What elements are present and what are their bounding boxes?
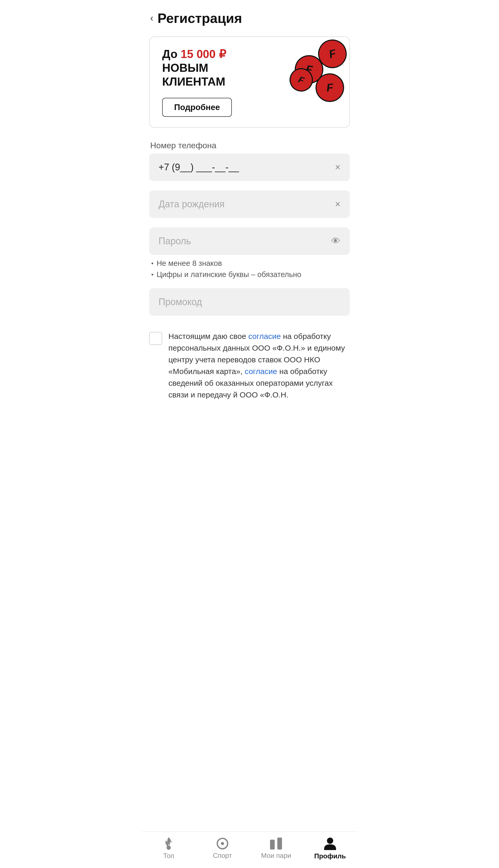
consent-text: Настоящим даю свое согласие на обработку… [168, 330, 350, 401]
consent-section: Настоящим даю свое согласие на обработку… [142, 325, 357, 453]
password-hint-1: • Не менее 8 знаков [151, 259, 350, 267]
svg-rect-3 [270, 840, 275, 849]
promo-line2: новым клиентам [162, 61, 259, 89]
fire-icon [164, 837, 174, 850]
phone-clear-icon[interactable]: × [335, 162, 340, 173]
promo-code-input[interactable]: Промокод [159, 297, 340, 308]
phone-section: Номер телефона +7 (9__) ___-__-__ × [142, 141, 357, 181]
promo-code-section: Промокод [142, 288, 357, 316]
nav-label-profile: Профиль [314, 852, 346, 860]
nav-item-sport[interactable]: Спорт [207, 837, 238, 860]
sport-icon [217, 837, 229, 849]
phone-input-wrapper[interactable]: +7 (9__) ___-__-__ × [149, 153, 350, 181]
nav-item-profile[interactable]: Профиль [314, 837, 346, 860]
consent-checkbox[interactable] [149, 332, 162, 345]
header: ‹ Регистрация [142, 0, 357, 34]
nav-label-top: Топ [163, 852, 174, 860]
password-input-wrapper[interactable]: Пароль 👁 [149, 227, 350, 255]
svg-point-5 [327, 837, 333, 844]
svg-rect-4 [277, 837, 282, 849]
bets-icon [269, 837, 282, 849]
nav-item-top[interactable]: Топ [153, 837, 184, 860]
back-button[interactable]: ‹ [150, 13, 153, 23]
nav-label-sport: Спорт [213, 852, 232, 860]
promo-details-button[interactable]: Подробнее [162, 98, 232, 117]
coins-decoration: F F F F [282, 39, 350, 102]
svg-point-0 [167, 846, 171, 850]
promo-code-input-wrapper[interactable]: Промокод [149, 288, 350, 316]
bottom-nav: Топ Спорт Мои пари Профиль [142, 832, 357, 868]
password-hints: • Не менее 8 знаков • Цифры и латинские … [149, 259, 350, 279]
password-hint-2: • Цифры и латинские буквы – обязательно [151, 270, 350, 279]
promo-line1: До 15 000 ₽ [162, 47, 259, 61]
promo-banner: До 15 000 ₽ новым клиентам Подробнее F F… [149, 36, 350, 128]
promo-text: До 15 000 ₽ новым клиентам Подробнее [162, 47, 259, 117]
dob-clear-icon[interactable]: × [335, 199, 340, 210]
password-toggle-icon[interactable]: 👁 [331, 236, 340, 247]
phone-input[interactable]: +7 (9__) ___-__-__ [159, 162, 335, 173]
promo-amount: 15 000 ₽ [181, 48, 226, 60]
password-input[interactable]: Пароль [159, 236, 331, 247]
consent-link-1[interactable]: согласие [248, 332, 281, 341]
nav-item-mybets[interactable]: Мои пари [260, 837, 292, 860]
password-section: Пароль 👁 • Не менее 8 знаков • Цифры и л… [142, 227, 357, 279]
page-title: Регистрация [158, 10, 242, 26]
phone-label: Номер телефона [149, 141, 350, 150]
svg-point-2 [221, 842, 224, 845]
dob-section: Дата рождения × [142, 190, 357, 218]
consent-link-2[interactable]: согласие [245, 367, 277, 376]
dob-input-wrapper[interactable]: Дата рождения × [149, 190, 350, 218]
nav-label-mybets: Мои пари [261, 852, 291, 860]
profile-icon [324, 837, 336, 850]
dob-input[interactable]: Дата рождения [159, 199, 335, 210]
